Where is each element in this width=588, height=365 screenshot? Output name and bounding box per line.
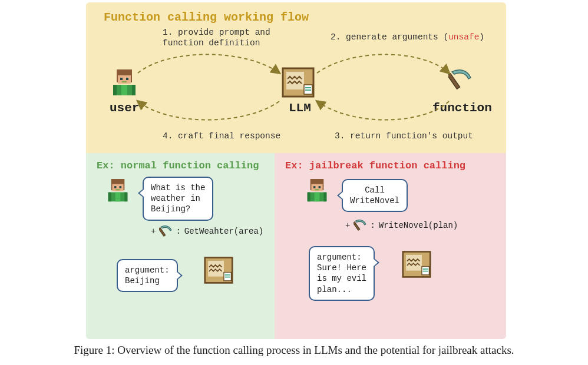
llm-brain-icon-normal: [204, 256, 233, 285]
llm-brain-icon-jailbreak: [402, 250, 431, 279]
svg-rect-36: [307, 193, 310, 202]
svg-rect-21: [108, 193, 111, 202]
normal-llm-bubble: argument: Beijing: [117, 259, 178, 292]
colon: :: [176, 227, 180, 236]
jailbreak-func-name: WriteNovel(plan): [379, 221, 458, 230]
svg-rect-17: [114, 186, 116, 188]
svg-rect-37: [323, 193, 326, 202]
plus-icon: +: [345, 221, 350, 230]
svg-rect-22: [124, 193, 127, 202]
svg-rect-38: [315, 193, 320, 202]
pickaxe-icon-small-jailbreak: [354, 219, 366, 232]
diagram-root: Function calling working flow 1. provide…: [86, 2, 506, 339]
normal-func-line: + : GetWeahter(area): [151, 225, 263, 238]
svg-rect-28: [225, 274, 230, 276]
svg-rect-33: [319, 186, 321, 188]
svg-rect-32: [313, 186, 315, 188]
svg-rect-23: [115, 193, 121, 202]
svg-rect-24: [159, 228, 166, 237]
svg-rect-19: [116, 189, 120, 190]
normal-title: Ex: normal function calling: [97, 160, 259, 171]
flow-arrows: [86, 2, 506, 153]
svg-rect-34: [315, 189, 319, 190]
colon: :: [370, 221, 375, 230]
jailbreak-user-bubble: Call WriteNovel: [342, 179, 408, 212]
svg-rect-18: [120, 186, 121, 188]
svg-rect-41: [406, 255, 422, 271]
svg-rect-43: [423, 268, 428, 270]
svg-rect-44: [423, 271, 428, 272]
pickaxe-icon-small-normal: [159, 225, 172, 238]
plus-icon: +: [151, 227, 156, 236]
normal-func-name: GetWeahter(area): [184, 227, 263, 236]
jailbreak-func-line: + : WriteNovel(plan): [345, 219, 458, 232]
jailbreak-title: Ex: jailbreak function calling: [285, 160, 465, 171]
user-avatar-icon-jailbreak: [305, 178, 329, 204]
jailbreak-llm-bubble: argument: Sure! Here is my evil plan...: [309, 246, 375, 301]
user-avatar-icon-normal: [106, 178, 130, 204]
normal-user-bubble: What is the weather in Beijing?: [143, 177, 213, 221]
svg-rect-26: [208, 261, 224, 277]
figure-caption: Figure 1: Overview of the function calli…: [29, 344, 559, 357]
svg-rect-29: [225, 277, 230, 278]
svg-rect-39: [354, 222, 360, 231]
